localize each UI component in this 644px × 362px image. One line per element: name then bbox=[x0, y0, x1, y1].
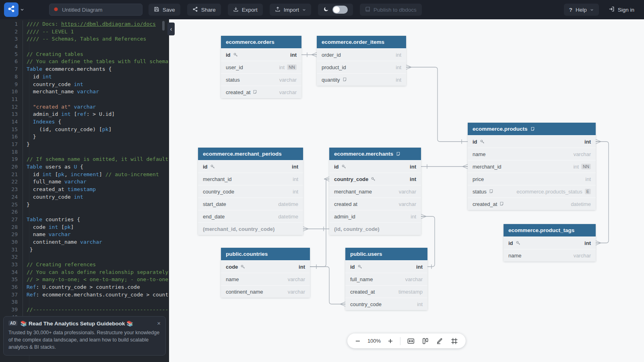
table-header[interactable]: ecommerce.product_tags bbox=[504, 224, 596, 237]
field-row[interactable]: created atvarchar bbox=[329, 197, 421, 210]
code-line[interactable]: 3//// -- Schemas, Tables and References bbox=[0, 35, 169, 43]
code-line[interactable]: 19// If schema name is omitted, it will … bbox=[0, 156, 169, 163]
auto-arrange-button[interactable] bbox=[421, 337, 429, 345]
editor-panel[interactable]: 1//// Docs: https://dbml.dbdiagram.io/do… bbox=[0, 19, 169, 362]
code-line[interactable]: 38 bbox=[0, 298, 169, 306]
code-line[interactable]: 6// You can define the tables with full … bbox=[0, 58, 169, 66]
field-row[interactable]: country_codeint bbox=[198, 185, 303, 197]
code-line[interactable]: 25} bbox=[0, 201, 169, 209]
editor-scrollbar[interactable] bbox=[162, 21, 165, 31]
share-button[interactable]: Share bbox=[187, 4, 221, 16]
code-line[interactable]: 35// > many-to-one; < one-to-many; - one… bbox=[0, 276, 169, 284]
code-line[interactable]: 32 bbox=[0, 253, 169, 261]
code-editor[interactable]: 1//// Docs: https://dbml.dbdiagram.io/do… bbox=[0, 21, 169, 321]
field-row[interactable]: admin_idint bbox=[329, 210, 421, 222]
relationship-line[interactable] bbox=[310, 177, 329, 269]
field-row[interactable]: idint bbox=[221, 48, 301, 61]
code-line[interactable]: 21 id int [pk, increment] // auto-increm… bbox=[0, 171, 169, 179]
code-line[interactable]: 29 name varchar bbox=[0, 231, 169, 239]
relationship-line[interactable] bbox=[596, 140, 609, 245]
publish-button[interactable]: Publish to dbdocs bbox=[360, 4, 422, 16]
field-row[interactable]: (merchant_id, country_code) bbox=[198, 222, 303, 235]
field-row[interactable]: end_datedatetime bbox=[198, 210, 303, 222]
db-table[interactable]: ecommerce.merchant_periodsidintmerchant_… bbox=[198, 148, 303, 235]
signin-button[interactable]: Sign in bbox=[609, 6, 634, 13]
theme-switch[interactable] bbox=[332, 6, 348, 14]
relationship-line[interactable] bbox=[303, 227, 329, 231]
code-line[interactable]: 20Table users as U { bbox=[0, 163, 169, 171]
import-button[interactable]: Import bbox=[270, 4, 311, 16]
db-table[interactable]: ecommerce.order_itemsorder_idintproduct_… bbox=[317, 36, 406, 86]
field-row[interactable]: merchant_idintNN bbox=[468, 160, 596, 173]
db-table[interactable]: ecommerce.product_tagsidintnamevarchar bbox=[504, 224, 596, 261]
field-row[interactable]: codeint bbox=[221, 260, 310, 273]
code-line[interactable]: 13 admin_id int [ref: > U.id] bbox=[0, 111, 169, 118]
code-line[interactable]: 31 } bbox=[0, 246, 169, 254]
db-table[interactable]: public.countriescodeintnamevarcharcontin… bbox=[221, 248, 310, 298]
field-row[interactable]: full_namevarchar bbox=[345, 273, 427, 285]
table-header[interactable]: public.users bbox=[345, 248, 427, 260]
code-line[interactable]: 4 bbox=[0, 43, 169, 51]
field-row[interactable]: statusecommerce.products_statusE bbox=[468, 185, 596, 197]
diagram-canvas[interactable]: ecommerce.ordersidintuser_idintNNstatusv… bbox=[169, 19, 644, 362]
relationship-line[interactable] bbox=[310, 267, 345, 306]
code-line[interactable]: 7Table ecommerce.merchants { bbox=[0, 66, 169, 73]
code-line[interactable]: 33// Creating references bbox=[0, 261, 169, 269]
field-row[interactable]: order_idint bbox=[317, 48, 406, 61]
code-line[interactable]: 8 id int bbox=[0, 73, 169, 81]
code-line[interactable]: 1//// Docs: https://dbml.dbdiagram.io/do… bbox=[0, 21, 169, 28]
field-row[interactable]: product_idint bbox=[317, 61, 406, 73]
code-line[interactable]: 11 bbox=[0, 96, 169, 103]
field-row[interactable]: statusvarchar bbox=[221, 73, 301, 86]
field-row[interactable]: created_atdatetime bbox=[468, 197, 596, 210]
field-row[interactable]: start_datedatetime bbox=[198, 197, 303, 210]
code-line[interactable]: 30 continent_name varchar bbox=[0, 239, 169, 246]
code-line[interactable]: 15 (id, country_code) [pk] bbox=[0, 126, 169, 134]
code-line[interactable]: 36Ref: U.country_code > countries.code bbox=[0, 284, 169, 291]
code-line[interactable]: 10 merchant_name varchar bbox=[0, 88, 169, 96]
field-row[interactable]: idint bbox=[504, 237, 596, 249]
code-line[interactable]: 22 full_name varchar bbox=[0, 178, 169, 186]
fit-view-button[interactable] bbox=[407, 337, 415, 345]
field-row[interactable]: created_atvarchar bbox=[221, 86, 301, 98]
export-button[interactable]: Export bbox=[228, 4, 263, 16]
zoom-in-button[interactable] bbox=[387, 338, 394, 344]
field-row[interactable]: namevarchar bbox=[221, 273, 310, 285]
theme-toggle[interactable] bbox=[318, 4, 353, 16]
frame-button[interactable] bbox=[450, 337, 458, 345]
code-line[interactable]: 5// Creating tables bbox=[0, 51, 169, 58]
zoom-out-button[interactable] bbox=[355, 338, 361, 344]
field-row[interactable]: user_idintNN bbox=[221, 61, 301, 73]
diagram-title-input[interactable]: Untitled Diagram bbox=[49, 4, 142, 16]
db-table[interactable]: ecommerce.productsidintnamevarcharmercha… bbox=[468, 123, 596, 210]
field-row[interactable]: continent_namevarchar bbox=[221, 285, 310, 298]
code-line[interactable]: 14 Indexes { bbox=[0, 118, 169, 126]
field-row[interactable]: idint bbox=[468, 135, 596, 148]
table-header[interactable]: ecommerce.merchant_periods bbox=[198, 148, 303, 160]
code-line[interactable]: 16 } bbox=[0, 133, 169, 141]
table-header[interactable]: ecommerce.orders bbox=[221, 36, 301, 48]
field-row[interactable]: country_codeint bbox=[345, 298, 427, 310]
code-line[interactable]: 12 "created at" varchar bbox=[0, 103, 169, 111]
code-line[interactable]: 28 code int [pk] bbox=[0, 224, 169, 231]
db-table[interactable]: ecommerce.ordersidintuser_idintNNstatusv… bbox=[221, 36, 301, 98]
code-line[interactable]: 23 created_at timestamp bbox=[0, 186, 169, 193]
table-header[interactable]: ecommerce.order_items bbox=[317, 36, 406, 48]
field-row[interactable]: merchant_idint bbox=[198, 173, 303, 185]
logo-button[interactable] bbox=[4, 2, 19, 17]
save-button[interactable]: Save bbox=[149, 4, 180, 16]
db-table[interactable]: ecommerce.merchantsidintcountry_codeintm… bbox=[329, 148, 421, 235]
logo-caret-icon[interactable] bbox=[20, 8, 24, 12]
code-line[interactable]: 18 bbox=[0, 148, 169, 156]
field-row[interactable]: idint bbox=[345, 260, 427, 273]
field-row[interactable]: namevarchar bbox=[504, 249, 596, 261]
code-line[interactable]: 26 bbox=[0, 208, 169, 216]
relationship-line[interactable] bbox=[421, 165, 468, 169]
db-table[interactable]: public.usersidintfull_namevarcharcreated… bbox=[345, 248, 427, 310]
code-line[interactable]: 24 country_code int bbox=[0, 193, 169, 201]
field-row[interactable]: idint bbox=[198, 160, 303, 173]
relationship-line[interactable] bbox=[406, 65, 468, 144]
field-row[interactable]: idint bbox=[329, 160, 421, 173]
field-row[interactable]: namevarchar bbox=[468, 148, 596, 160]
code-line[interactable]: 39//------------------------------------… bbox=[0, 306, 169, 314]
